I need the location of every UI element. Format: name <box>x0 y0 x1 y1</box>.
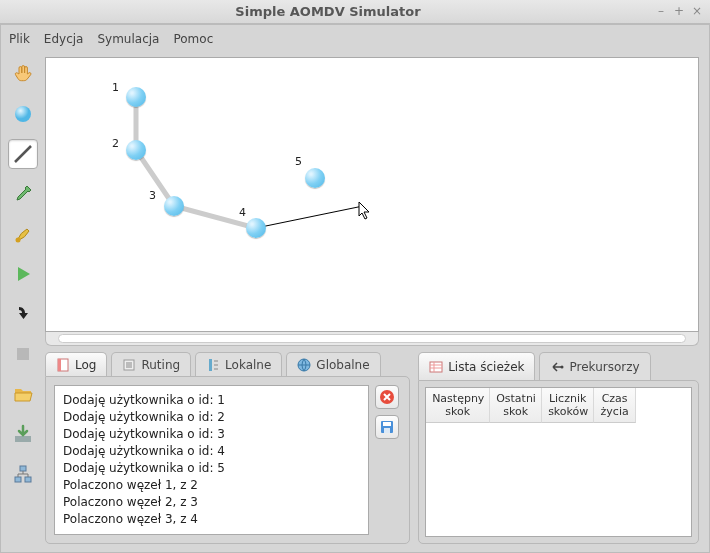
clear-log-button[interactable] <box>375 385 399 409</box>
node-1[interactable] <box>126 87 146 107</box>
tab-prekursorzy[interactable]: Prekursorzy <box>539 352 650 380</box>
svg-rect-20 <box>430 362 442 372</box>
minimize-button[interactable]: – <box>654 5 668 19</box>
node-3[interactable] <box>164 196 184 216</box>
node-label-5: 5 <box>295 155 302 168</box>
titlebar: Simple AOMDV Simulator – + × <box>0 0 710 24</box>
tab-globalne-icon <box>297 358 311 372</box>
maximize-button[interactable]: + <box>672 5 686 19</box>
column-licznik[interactable]: Licznikskoków <box>542 388 594 423</box>
save-down-tool[interactable] <box>8 419 38 449</box>
open-tool[interactable] <box>8 379 38 409</box>
svg-rect-12 <box>58 359 61 371</box>
delete-icon <box>379 389 395 405</box>
tab-lista-sciezek-icon <box>429 360 443 374</box>
tab-lokalne[interactable]: Lokalne <box>195 352 282 376</box>
log-line: Dodaję użytkownika o id: 4 <box>63 443 360 460</box>
horizontal-scrollbar[interactable] <box>45 332 699 346</box>
svg-rect-3 <box>17 348 29 360</box>
log-line: Polaczono węzeł 3, z 4 <box>63 511 360 528</box>
hand-icon <box>12 63 34 85</box>
close-button[interactable]: × <box>690 5 704 19</box>
node-5[interactable] <box>305 168 325 188</box>
step-icon <box>13 304 33 324</box>
svg-point-0 <box>15 106 31 122</box>
tab-log-icon <box>56 358 70 372</box>
eyedropper-icon <box>13 184 33 204</box>
save-log-button[interactable] <box>375 415 399 439</box>
open-icon <box>13 385 33 403</box>
log-line: Dodaję użytkownika o id: 2 <box>63 409 360 426</box>
stop-tool <box>8 339 38 369</box>
network-tool[interactable] <box>8 459 38 489</box>
eyedropper-tool[interactable] <box>8 179 38 209</box>
window-title: Simple AOMDV Simulator <box>6 4 650 19</box>
play-icon <box>14 265 32 283</box>
canvas[interactable]: 12345 <box>45 57 699 332</box>
svg-point-2 <box>16 238 21 243</box>
node-label-3: 3 <box>149 189 156 202</box>
tab-log[interactable]: Log <box>45 352 107 376</box>
svg-line-10 <box>256 206 363 228</box>
svg-line-1 <box>15 146 31 162</box>
menu-plik[interactable]: Plik <box>9 32 30 46</box>
vertical-toolbar <box>1 53 45 552</box>
svg-rect-14 <box>209 359 212 371</box>
tab-globalne[interactable]: Globalne <box>286 352 380 376</box>
node-tool[interactable] <box>8 99 38 129</box>
hand-tool[interactable] <box>8 59 38 89</box>
menu-edycja[interactable]: Edycja <box>44 32 84 46</box>
log-line: Dodaję użytkownika o id: 1 <box>63 392 360 409</box>
log-line: Polaczono węzeł 2, z 3 <box>63 494 360 511</box>
play-tool[interactable] <box>8 259 38 289</box>
save-icon <box>379 419 395 435</box>
paths-table[interactable]: NastępnyskokOstatniskokLicznikskokówCzas… <box>425 387 692 537</box>
step-tool[interactable] <box>8 299 38 329</box>
log-line: Dodaję użytkownika o id: 3 <box>63 426 360 443</box>
svg-rect-19 <box>384 428 390 433</box>
svg-rect-4 <box>20 466 26 471</box>
node-label-2: 2 <box>112 137 119 150</box>
stop-icon <box>15 346 31 362</box>
column-ostatni[interactable]: Ostatniskok <box>490 388 542 423</box>
column-nastepny[interactable]: Następnyskok <box>426 388 490 423</box>
column-czas[interactable]: Czasżycia <box>594 388 636 423</box>
node-4[interactable] <box>246 218 266 238</box>
tab-ruting[interactable]: Ruting <box>111 352 191 376</box>
edge-icon <box>11 142 35 166</box>
network-icon <box>13 464 33 484</box>
brush-icon <box>13 224 33 244</box>
svg-point-21 <box>561 365 564 368</box>
node-icon <box>13 104 33 124</box>
log-line: Dodaję użytkownika o id: 5 <box>63 460 360 477</box>
menu-pomoc[interactable]: Pomoc <box>173 32 213 46</box>
menubar: Plik Edycja Symulacja Pomoc <box>1 25 709 53</box>
edge-tool[interactable] <box>8 139 38 169</box>
brush-tool[interactable] <box>8 219 38 249</box>
svg-rect-5 <box>15 477 21 482</box>
node-2[interactable] <box>126 140 146 160</box>
tab-lista-sciezek[interactable]: Lista ścieżek <box>418 352 535 380</box>
svg-rect-6 <box>25 477 31 482</box>
tab-lokalne-icon <box>206 358 220 372</box>
save-down-icon <box>13 424 33 444</box>
svg-rect-18 <box>383 422 391 426</box>
tab-ruting-icon <box>122 358 136 372</box>
log-line: Polaczono węzeł 1, z 2 <box>63 477 360 494</box>
menu-symulacja[interactable]: Symulacja <box>97 32 159 46</box>
node-label-4: 4 <box>239 206 246 219</box>
tab-prekursorzy-icon <box>550 360 564 374</box>
node-label-1: 1 <box>112 81 119 94</box>
log-textarea[interactable]: Dodaję użytkownika o id: 1Dodaję użytkow… <box>54 385 369 535</box>
